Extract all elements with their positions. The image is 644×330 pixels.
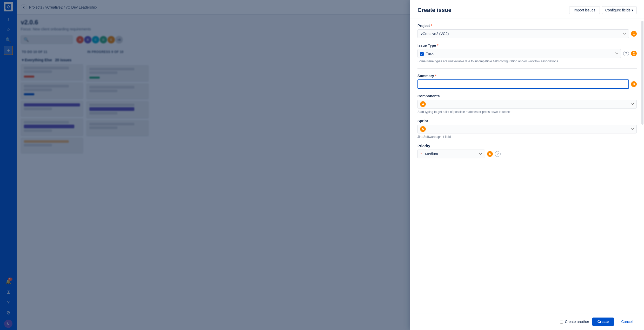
project-field: Project * vCreative2 (VC2) 1 <box>417 24 637 38</box>
summary-required: * <box>435 74 436 78</box>
project-required: * <box>431 24 432 28</box>
import-issues-button[interactable]: Import issues <box>569 6 600 14</box>
issue-type-field: Issue Type * ✓ Task Story Bug Epic <box>417 43 637 63</box>
issue-type-select[interactable]: Task Story Bug Epic <box>417 49 621 58</box>
form-divider <box>417 68 637 69</box>
modal-body: Project * vCreative2 (VC2) 1 Issue Type … <box>410 18 644 313</box>
project-select[interactable]: vCreative2 (VC2) <box>417 29 629 38</box>
cancel-button[interactable]: Cancel <box>617 318 637 326</box>
priority-field: Priority ↑ Highest High Medium Low Lowes… <box>417 144 637 158</box>
project-label: Project * <box>417 24 637 28</box>
priority-badge: 6 <box>487 151 493 157</box>
issue-type-badge: 2 <box>631 51 637 56</box>
modal-header-actions: Import issues Configure fields ▾ <box>569 6 637 14</box>
modal-header: Create issue Import issues Configure fie… <box>410 0 644 18</box>
configure-chevron-icon: ▾ <box>632 8 633 12</box>
components-hint: Start typing to get a list of possible m… <box>417 110 637 114</box>
issue-type-required: * <box>437 43 438 48</box>
components-label: Components <box>417 94 637 98</box>
issue-type-hint: Some issue types are unavailable due to … <box>417 59 637 63</box>
modal-footer: Create another Create Cancel <box>410 313 644 330</box>
summary-input[interactable] <box>417 79 629 89</box>
main-area: ❮ Projects / vCreative2 / vC Dev Leaders… <box>17 0 644 330</box>
sprint-hint: Jira Software sprint field <box>417 135 637 139</box>
components-field: Components 4 Start typing to get a list … <box>417 94 637 114</box>
modal-title: Create issue <box>417 7 452 14</box>
modal-scrollbar[interactable] <box>641 21 643 125</box>
priority-label: Priority <box>417 144 637 148</box>
summary-label: Summary * <box>417 74 637 78</box>
sprint-label: Sprint <box>417 119 637 123</box>
create-another-label[interactable]: Create another <box>560 320 589 324</box>
create-issue-modal: Create issue Import issues Configure fie… <box>410 0 644 330</box>
components-select[interactable] <box>417 100 637 109</box>
priority-select[interactable]: Highest High Medium Low Lowest <box>417 150 485 158</box>
project-badge: 1 <box>631 31 637 37</box>
issue-type-help-icon[interactable]: ? <box>623 51 629 56</box>
issue-type-label: Issue Type * <box>417 43 637 48</box>
issue-type-row: ✓ Task Story Bug Epic ? 2 <box>417 49 637 58</box>
sprint-field: Sprint 5 Jira Software sprint field <box>417 119 637 139</box>
summary-field: Summary * 3 <box>417 74 637 89</box>
project-select-wrapper: vCreative2 (VC2) 1 <box>417 29 637 38</box>
priority-help-icon[interactable]: ? <box>495 151 501 157</box>
create-button[interactable]: Create <box>592 318 614 326</box>
sprint-select[interactable] <box>417 125 637 133</box>
summary-badge: 3 <box>631 81 637 87</box>
configure-fields-button[interactable]: Configure fields ▾ <box>602 6 637 14</box>
configure-fields-label: Configure fields <box>605 8 630 12</box>
create-another-checkbox[interactable] <box>560 320 563 324</box>
